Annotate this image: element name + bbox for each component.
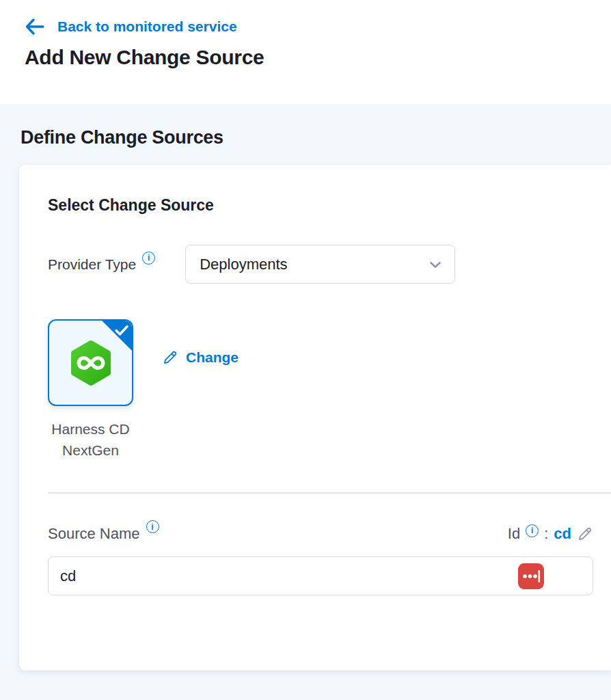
checkmark-icon [114,324,129,336]
provider-type-select[interactable]: Deployments [185,245,455,284]
info-icon[interactable]: i [142,252,155,265]
provider-tile-label: Harness CD NextGen [24,418,157,461]
password-manager-autofill-icon[interactable] [517,563,545,590]
id-separator: : [544,525,548,543]
change-source-card: Select Change Source Provider Type i Dep… [19,165,611,671]
identifier-group: Id i : cd [508,525,593,543]
source-name-input[interactable] [48,556,593,595]
define-change-sources-section: Define Change Sources Select Change Sour… [0,127,611,671]
pencil-icon [162,349,178,366]
section-divider [48,492,611,494]
info-icon[interactable]: i [146,520,159,533]
section-title: Define Change Sources [21,127,611,148]
provider-tile-column: Harness CD NextGen [48,319,133,461]
card-title: Select Change Source [48,196,593,215]
source-name-input-wrap [48,556,593,595]
edit-id-pencil-icon[interactable] [577,526,593,542]
page-title: Add New Change Source [25,46,611,69]
change-provider-link[interactable]: Change [162,349,239,366]
source-name-label-text: Source Name [48,525,140,543]
id-label: Id [508,525,520,543]
change-link-label: Change [186,349,239,366]
provider-type-selected-value: Deployments [200,256,287,273]
provider-type-label: Provider Type i [48,256,155,273]
provider-name-line2: NextGen [24,440,157,461]
chevron-down-icon [427,256,444,273]
provider-name-line1: Harness CD [24,418,157,440]
info-icon[interactable]: i [526,524,539,537]
back-link[interactable]: Back to monitored service [57,18,237,35]
selected-source-row: Harness CD NextGen Change [48,319,593,461]
back-navigation[interactable]: Back to monitored service [25,18,611,36]
provider-type-label-text: Provider Type [48,256,136,273]
provider-type-row: Provider Type i Deployments [48,245,593,284]
harness-cd-tile[interactable] [48,319,133,406]
source-name-label: Source Name i [48,525,159,543]
id-value: cd [554,525,571,543]
back-arrow-icon[interactable] [25,18,45,36]
source-name-row: Source Name i Id i : cd [48,525,593,543]
page-header: Back to monitored service Add New Change… [0,0,611,104]
